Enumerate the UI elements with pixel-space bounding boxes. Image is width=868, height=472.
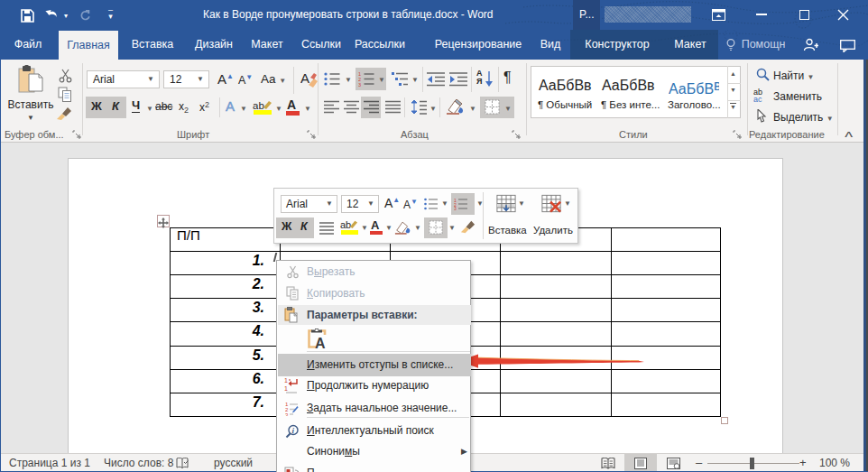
svg-text:A: A [300, 70, 309, 86]
svg-text:1: 1 [284, 377, 288, 384]
svg-text:A: A [315, 336, 326, 349]
svg-text:3: 3 [285, 412, 289, 417]
svg-text:3: 3 [454, 206, 457, 210]
svg-text:1: 1 [284, 385, 288, 392]
svg-text:3: 3 [358, 82, 361, 87]
svg-text:i: i [292, 426, 295, 435]
